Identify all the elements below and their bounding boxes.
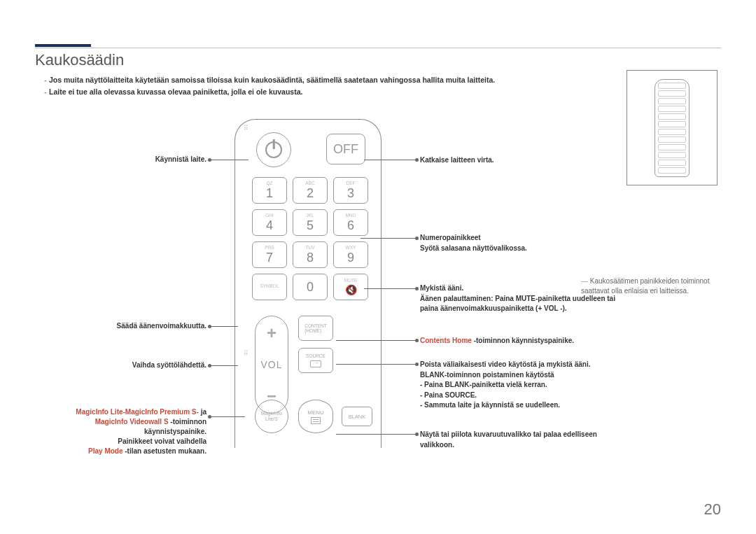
- leader-blank-src: [336, 364, 416, 365]
- mid-column: CONTENT (HOME) SOURCE: [298, 316, 333, 380]
- callout-source: Vaihda syöttölähdettä.: [42, 361, 206, 369]
- page-title: Kaukosäädin: [35, 51, 124, 69]
- leader-volume: [210, 326, 238, 327]
- key-5: JKL5: [293, 209, 328, 236]
- key-0: 0: [293, 274, 328, 300]
- note-1: Jos muita näyttölaitteita käytetään samo…: [49, 76, 495, 84]
- braille-dots-mid: ⠿: [244, 350, 250, 357]
- title-accent: [35, 44, 91, 47]
- callout-off: Katkaise laitteen virta.: [420, 155, 494, 166]
- menu-button: MENU: [298, 400, 333, 433]
- mute-icon: 🔇: [345, 284, 357, 295]
- leader-menu: [336, 434, 416, 435]
- key-1: QZ1: [252, 177, 287, 204]
- callout-numpad: Numeropainikkeet Syötä salasana näyttöva…: [420, 233, 527, 253]
- key-6: MNO6: [333, 209, 368, 236]
- leader-magicinfo: [210, 416, 245, 417]
- volume-rocker: + VOL −: [255, 316, 288, 414]
- leader-numpad: [360, 238, 416, 239]
- menu-icon: [311, 417, 321, 424]
- remote-thumbnail: [626, 70, 718, 185]
- note-2: Laite ei tue alla olevassa kuvassa oleva…: [49, 87, 302, 96]
- remote-body: OFF QZ1 ABC2 DEF3 GHI4 JKL5 MNO6 PRS7 TU…: [234, 119, 382, 448]
- manual-page: Kaukosäädin -Jos muita näyttölaitteita k…: [0, 0, 756, 534]
- callout-magicinfo: MagicInfo Lite-MagicInfo Premium S- ja M…: [31, 407, 206, 456]
- key-mute: MUTE🔇: [333, 274, 368, 300]
- leader-source: [210, 365, 238, 366]
- content-home-button: CONTENT (HOME): [298, 316, 333, 341]
- remote-thumbnail-body: [654, 79, 690, 177]
- note-list: -Jos muita näyttölaitteita käytetään sam…: [42, 74, 495, 98]
- leader-content: [336, 340, 416, 341]
- blank-button: BLANK: [342, 407, 372, 426]
- key-3: DEF3: [333, 177, 368, 204]
- key-8: TUV8: [293, 241, 328, 268]
- callout-power: Käynnistä laite.: [42, 155, 206, 163]
- side-note: Kaukosäätimen painikkeiden toiminnot saa…: [581, 276, 721, 296]
- source-icon: [310, 360, 321, 367]
- key-9: WXY9: [333, 241, 368, 268]
- leader-mute: [364, 288, 416, 289]
- key-4: GHI4: [252, 209, 287, 236]
- vol-label: VOL: [260, 359, 282, 370]
- callout-volume: Säädä äänenvoimakkuutta.: [42, 322, 206, 330]
- leader-off: [364, 160, 416, 160]
- leader-power: [210, 160, 248, 160]
- source-button: SOURCE: [298, 348, 333, 373]
- callout-menu: Näytä tai piilota kuvaruutuvalikko tai p…: [420, 430, 630, 450]
- key-2: ABC2: [293, 177, 328, 204]
- magicinfo-button: MagicInfo Lite/S: [255, 400, 288, 433]
- page-number: 20: [704, 500, 721, 519]
- callout-content-home: Contents Home -toiminnon käynnistyspaini…: [420, 336, 574, 346]
- power-button: [256, 132, 291, 167]
- key-symbol: SYMBOL: [252, 274, 287, 300]
- callout-blank: Poista väliaikaisesti video käytöstä ja …: [420, 360, 590, 411]
- title-rule: [35, 48, 721, 48]
- power-icon: [265, 141, 282, 158]
- braille-dots-top: ⠿: [244, 125, 250, 132]
- off-button: OFF: [326, 134, 365, 164]
- remote-illustration: OFF QZ1 ABC2 DEF3 GHI4 JKL5 MNO6 PRS7 TU…: [224, 119, 392, 455]
- key-7: PRS7: [252, 241, 287, 268]
- vol-plus-icon: +: [267, 325, 276, 342]
